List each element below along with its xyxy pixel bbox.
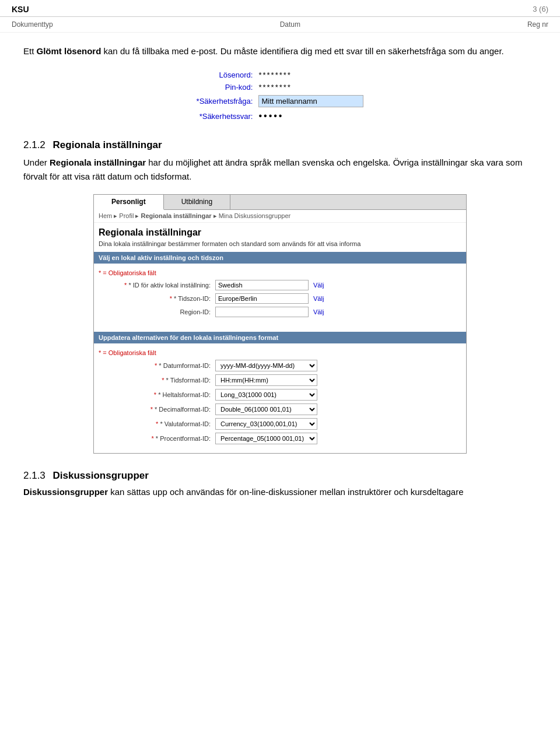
date-label-text: * Datumformat-ID:	[159, 362, 211, 369]
obligatory-2: * = Obligatoriska fält	[99, 349, 461, 356]
sakfraga-row: *Säkerhetsfråga:	[197, 93, 364, 109]
section-212-body-bold: Regionala inställningar	[50, 157, 146, 167]
int-label: * * Heltalsformat-ID:	[99, 391, 215, 398]
tab-personligt[interactable]: Personligt	[94, 195, 164, 210]
intro-text-suffix: kan du få tillbaka med e-post. Du måste …	[101, 46, 503, 56]
pinkod-row: Pin-kod: ********	[197, 81, 364, 93]
region-link[interactable]: Välj	[313, 308, 324, 315]
section-213-title: Diskussionsgrupper	[53, 470, 149, 481]
locale-label-text: * ID för aktiv lokal inställning:	[128, 282, 211, 289]
int-field-row: * * Heltalsformat-ID: Long_03(1000 001)	[99, 389, 461, 401]
region-field-row: Region-ID: Välj	[99, 307, 461, 317]
time-label: * * Tidsformat-ID:	[99, 377, 215, 384]
locale-input[interactable]	[215, 280, 309, 290]
dec-label: * * Decimalformat-ID:	[99, 406, 215, 413]
time-select[interactable]: HH:mm(HH:mm)	[215, 374, 317, 386]
sakfraga-value	[256, 93, 363, 109]
obligatory-2-text: * = Obligatoriska fält	[99, 349, 156, 356]
timezone-field-row: * * Tidszon-ID: Välj	[99, 293, 461, 304]
obligatory-1: * = Obligatoriska fält	[99, 269, 461, 276]
saksvar-value: •••••	[256, 109, 363, 123]
locale-label: * * ID för aktiv lokal inställning:	[99, 282, 215, 289]
section-212-body: Under Regionala inställningar har du möj…	[23, 156, 537, 184]
settings-page-desc: Dina lokala inställningar bestämmer form…	[94, 240, 466, 252]
obligatory-1-text: * = Obligatoriska fält	[99, 269, 156, 276]
col-datum: Datum	[280, 20, 300, 29]
page-header: KSU 3 (6)	[0, 0, 560, 17]
losenord-row: Lösenord: ********	[197, 69, 364, 81]
page-info: 3 (6)	[533, 5, 548, 13]
dec-field-row: * * Decimalformat-ID: Double_06(1000 001…	[99, 403, 461, 415]
section-213-body: Diskussionsgrupper kan sättas upp och an…	[23, 485, 537, 499]
section-213-heading: 2.1.3 Diskussionsgrupper	[23, 470, 537, 482]
section-212-heading: 2.1.2 Regionala inställningar	[23, 139, 537, 151]
main-content: Ett Glömt lösenord kan du få tillbaka me…	[0, 33, 560, 518]
timezone-input[interactable]	[215, 293, 309, 304]
section-213-body-bold: Diskussionsgrupper	[23, 487, 108, 497]
cur-label-text: * Valutaformat-ID:	[160, 420, 211, 427]
date-label: * * Datumformat-ID:	[99, 362, 215, 369]
date-select[interactable]: yyyy-MM-dd(yyyy-MM-dd)	[215, 360, 317, 371]
locale-link[interactable]: Välj	[313, 282, 324, 289]
region-input[interactable]	[215, 307, 309, 317]
locale-field-row: * * ID för aktiv lokal inställning: Välj	[99, 280, 461, 290]
settings-form-1: * = Obligatoriska fält * * ID för aktiv …	[94, 267, 466, 326]
section-213-number: 2.1.3	[23, 470, 46, 481]
settings-form-2: * = Obligatoriska fält * * Datumformat-I…	[94, 347, 466, 453]
saksvar-row: *Säkerhetssvar: •••••	[197, 109, 364, 123]
breadcrumb-current: Regionala inställningar	[141, 212, 212, 219]
time-field-row: * * Tidsformat-ID: HH:mm(HH:mm)	[99, 374, 461, 386]
pct-label: * * Procentformat-ID:	[99, 435, 215, 442]
login-form-box: Lösenord: ******** Pin-kod: ******** *Sä…	[197, 69, 364, 123]
sakfraga-input[interactable]	[258, 95, 363, 107]
section-bar-2: Uppdatera alternativen för den lokala in…	[94, 332, 466, 343]
settings-breadcrumb: Hem ▸ Profil ▸ Regionala inställningar ▸…	[94, 210, 466, 223]
timezone-req: *	[170, 295, 174, 302]
breadcrumb-text: Hem ▸ Profil ▸ Regionala inställningar ▸…	[99, 212, 290, 219]
app-title: KSU	[12, 5, 29, 14]
tab-utbildning[interactable]: Utbildning	[164, 195, 230, 209]
pct-label-text: * Procentformat-ID:	[156, 435, 211, 442]
login-form-screenshot: Lösenord: ******** Pin-kod: ******** *Sä…	[23, 69, 537, 123]
pinkod-value: ********	[256, 81, 363, 93]
int-label-text: * Heltalsformat-ID:	[158, 391, 211, 398]
losenord-value: ********	[256, 69, 363, 81]
col-regnr: Reg nr	[527, 20, 548, 29]
cur-select[interactable]: Currency_03(1000,001,01)	[215, 418, 317, 430]
losenord-label: Lösenord:	[197, 69, 257, 81]
dec-select[interactable]: Double_06(1000 001,01)	[215, 403, 317, 415]
intro-bold: Glömt lösenord	[37, 46, 102, 56]
intro-text-prefix: Ett	[23, 46, 37, 56]
sakfraga-label: *Säkerhetsfråga:	[197, 93, 257, 109]
time-label-text: * Tidsformat-ID:	[166, 377, 211, 384]
timezone-label: * * Tidszon-ID:	[99, 295, 215, 302]
saksvar-val: •••••	[258, 111, 284, 121]
section-213-body-text: kan sättas upp och användas för on-line-…	[108, 487, 464, 497]
region-label: Region-ID:	[99, 308, 215, 315]
settings-tabs: Personligt Utbildning	[94, 195, 466, 210]
region-label-text: Region-ID:	[180, 308, 211, 315]
settings-page-title: Regionala inställningar	[94, 223, 466, 240]
losenord-val: ********	[258, 71, 291, 79]
pct-select[interactable]: Percentage_05(1000 001,01)	[215, 433, 317, 444]
header-columns: Dokumenttyp Datum Reg nr	[0, 17, 560, 33]
timezone-label-text: * Tidszon-ID:	[174, 295, 211, 302]
section-212-body-prefix: Under	[23, 157, 50, 167]
saksvar-label: *Säkerhetssvar:	[197, 109, 257, 123]
section-212-title: Regionala inställningar	[53, 139, 162, 150]
pinkod-val: ********	[258, 83, 291, 92]
pinkod-label: Pin-kod:	[197, 81, 257, 93]
regional-settings-screenshot: Personligt Utbildning Hem ▸ Profil ▸ Reg…	[93, 194, 467, 454]
col-dokumenttyp: Dokumenttyp	[12, 20, 53, 29]
section-212-number: 2.1.2	[23, 139, 46, 150]
intro-paragraph: Ett Glömt lösenord kan du få tillbaka me…	[23, 44, 537, 58]
pct-field-row: * * Procentformat-ID: Percentage_05(1000…	[99, 433, 461, 444]
int-select[interactable]: Long_03(1000 001)	[215, 389, 317, 401]
timezone-link[interactable]: Välj	[313, 295, 324, 302]
cur-field-row: * * Valutaformat-ID: Currency_03(1000,00…	[99, 418, 461, 430]
dec-label-text: * Decimalformat-ID:	[155, 406, 211, 413]
cur-label: * * Valutaformat-ID:	[99, 420, 215, 427]
date-field-row: * * Datumformat-ID: yyyy-MM-dd(yyyy-MM-d…	[99, 360, 461, 371]
section-213: 2.1.3 Diskussionsgrupper Diskussionsgrup…	[23, 470, 537, 499]
section-bar-1: Välj en lokal aktiv inställning och tids…	[94, 252, 466, 264]
